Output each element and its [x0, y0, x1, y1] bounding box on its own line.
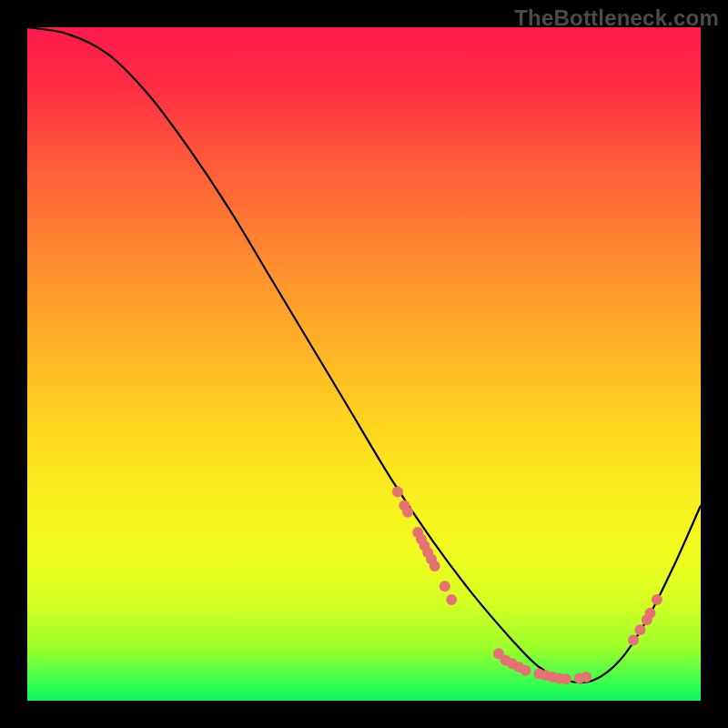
data-point	[402, 507, 413, 518]
data-point	[645, 608, 656, 619]
data-point	[440, 581, 450, 592]
plot-area	[27, 27, 701, 701]
data-point	[521, 665, 531, 676]
curve-line	[27, 27, 701, 682]
data-point	[652, 594, 662, 605]
data-point	[581, 672, 592, 682]
chart-svg	[27, 27, 701, 701]
data-point	[634, 624, 645, 635]
data-point	[628, 634, 639, 645]
data-point	[446, 594, 457, 605]
watermark-text: TheBottleneck.com	[514, 5, 719, 31]
marker-group	[392, 487, 662, 685]
data-point	[561, 673, 571, 684]
data-point	[430, 561, 440, 571]
data-point	[392, 487, 403, 498]
